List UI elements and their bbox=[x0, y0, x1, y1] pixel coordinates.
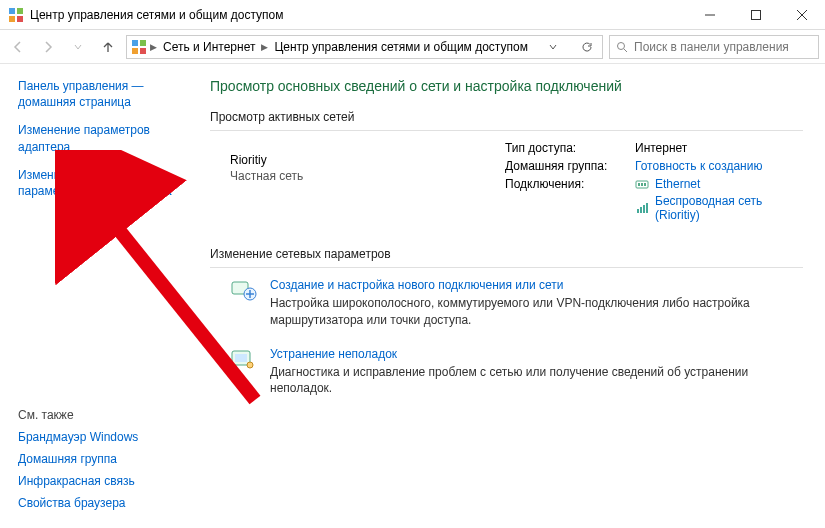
network-center-icon bbox=[131, 39, 147, 55]
svg-rect-17 bbox=[644, 183, 646, 186]
main-panel: Просмотр основных сведений о сети и наст… bbox=[200, 64, 825, 528]
access-type-label: Тип доступа: bbox=[505, 141, 635, 155]
forward-button[interactable] bbox=[36, 35, 60, 59]
network-type: Частная сеть bbox=[230, 169, 505, 183]
sidebar: Панель управления — домашняя страница Из… bbox=[0, 64, 200, 528]
up-button[interactable] bbox=[96, 35, 120, 59]
svg-rect-8 bbox=[132, 40, 138, 46]
breadcrumb-network-internet[interactable]: Сеть и Интернет bbox=[160, 36, 258, 58]
svg-rect-15 bbox=[638, 183, 640, 186]
wifi-link[interactable]: Беспроводная сеть (Rioritiy) bbox=[655, 194, 803, 222]
homegroup-link[interactable]: Готовность к созданию bbox=[635, 159, 803, 173]
divider bbox=[210, 267, 803, 268]
change-network-title: Изменение сетевых параметров bbox=[210, 247, 803, 261]
search-placeholder: Поиск в панели управления bbox=[634, 40, 789, 54]
troubleshoot-link[interactable]: Устранение неполадок bbox=[270, 347, 803, 361]
new-connection-link[interactable]: Создание и настройка нового подключения … bbox=[270, 278, 803, 292]
chevron-right-icon: ▶ bbox=[260, 42, 269, 52]
svg-rect-5 bbox=[752, 10, 761, 19]
troubleshoot-icon bbox=[230, 347, 258, 371]
svg-rect-1 bbox=[17, 8, 23, 14]
access-type-value: Интернет bbox=[635, 141, 803, 155]
see-also-heading: См. также bbox=[18, 408, 190, 422]
wifi-icon bbox=[635, 201, 649, 215]
ethernet-icon bbox=[635, 177, 649, 191]
svg-rect-19 bbox=[640, 207, 642, 213]
svg-line-13 bbox=[624, 49, 627, 52]
see-also-firewall[interactable]: Брандмауэр Windows bbox=[18, 430, 190, 444]
minimize-button[interactable] bbox=[687, 0, 733, 29]
svg-rect-2 bbox=[9, 16, 15, 22]
recent-dropdown[interactable] bbox=[66, 35, 90, 59]
back-button[interactable] bbox=[6, 35, 30, 59]
new-connection-icon bbox=[230, 278, 258, 302]
svg-rect-25 bbox=[235, 354, 247, 362]
maximize-button[interactable] bbox=[733, 0, 779, 29]
close-button[interactable] bbox=[779, 0, 825, 29]
svg-rect-3 bbox=[17, 16, 23, 22]
page-heading: Просмотр основных сведений о сети и наст… bbox=[210, 78, 803, 94]
svg-point-12 bbox=[618, 42, 625, 49]
divider bbox=[210, 130, 803, 131]
svg-rect-10 bbox=[132, 48, 138, 54]
svg-rect-9 bbox=[140, 40, 146, 46]
connections-label: Подключения: bbox=[505, 177, 635, 191]
troubleshoot-desc: Диагностика и исправление проблем с сеть… bbox=[270, 364, 803, 398]
svg-rect-16 bbox=[641, 183, 643, 186]
address-dropdown[interactable] bbox=[542, 36, 564, 58]
homegroup-label: Домашняя группа: bbox=[505, 159, 635, 173]
sidebar-item-home[interactable]: Панель управления — домашняя страница bbox=[18, 78, 190, 110]
breadcrumb-network-center[interactable]: Центр управления сетями и общим доступом bbox=[271, 36, 531, 58]
svg-rect-11 bbox=[140, 48, 146, 54]
network-name: Rioritiy bbox=[230, 153, 505, 167]
sidebar-item-adapter-settings[interactable]: Изменение параметров адаптера bbox=[18, 122, 190, 154]
app-icon bbox=[8, 7, 24, 23]
svg-point-26 bbox=[247, 362, 253, 368]
ethernet-link[interactable]: Ethernet bbox=[655, 177, 700, 191]
search-icon bbox=[616, 41, 628, 53]
window-title: Центр управления сетями и общим доступом bbox=[30, 8, 284, 22]
svg-rect-0 bbox=[9, 8, 15, 14]
new-connection-desc: Настройка широкополосного, коммутируемог… bbox=[270, 295, 803, 329]
chevron-right-icon: ▶ bbox=[149, 42, 158, 52]
svg-rect-21 bbox=[646, 203, 648, 213]
see-also-infrared[interactable]: Инфракрасная связь bbox=[18, 474, 190, 488]
see-also-homegroup[interactable]: Домашняя группа bbox=[18, 452, 190, 466]
active-networks-title: Просмотр активных сетей bbox=[210, 110, 803, 124]
svg-rect-20 bbox=[643, 205, 645, 213]
search-input[interactable]: Поиск в панели управления bbox=[609, 35, 819, 59]
nav-bar: ▶ Сеть и Интернет ▶ Центр управления сет… bbox=[0, 30, 825, 64]
refresh-button[interactable] bbox=[576, 36, 598, 58]
title-bar: Центр управления сетями и общим доступом bbox=[0, 0, 825, 30]
address-bar[interactable]: ▶ Сеть и Интернет ▶ Центр управления сет… bbox=[126, 35, 603, 59]
svg-rect-18 bbox=[637, 209, 639, 213]
see-also-browser-props[interactable]: Свойства браузера bbox=[18, 496, 190, 510]
sidebar-item-advanced-sharing[interactable]: Изменить дополнительные параметры общего… bbox=[18, 167, 190, 199]
